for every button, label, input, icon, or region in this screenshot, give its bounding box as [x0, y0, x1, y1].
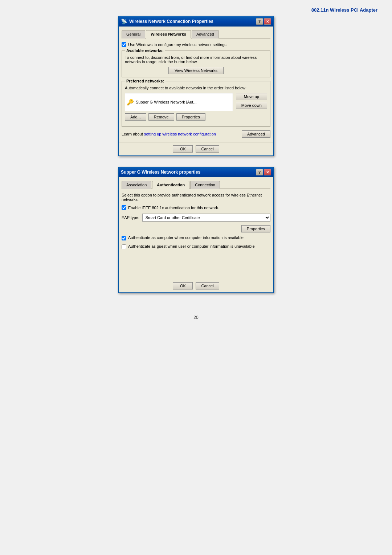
- properties-btn-row: Properties: [122, 225, 270, 232]
- dialog1-tab-bar: General Wireless Networks Advanced: [122, 29, 270, 39]
- authenticate-computer-row: Authenticate as computer when computer i…: [122, 235, 270, 240]
- eap-type-select[interactable]: Smart Card or other Certificate Protecte…: [142, 214, 270, 222]
- dialog2-titlebar-left: Supper G Wireless Network properties: [121, 170, 200, 175]
- dialog2-tab-connection[interactable]: Connection: [190, 181, 220, 189]
- network-list-container: 🔑 Supper G Wireless Network [Aut...: [125, 93, 233, 113]
- learn-advanced-row: Learn about setting up wireless network …: [122, 130, 270, 138]
- authenticate-guest-row: Authenticate as guest when user or compu…: [122, 244, 270, 249]
- dialog2-tab-bar: Association Authentication Connection: [122, 180, 270, 189]
- dialog2-content: Association Authentication Connection Se…: [119, 177, 273, 278]
- page-number: 20: [193, 315, 198, 320]
- enable-ieee-checkbox-row: Enable IEEE 802.1x authentication for th…: [122, 205, 270, 210]
- available-networks-text: To connect to, disconnect from, or find …: [125, 55, 267, 64]
- spacer: [122, 253, 270, 275]
- learn-text: Learn about setting up wireless network …: [122, 132, 216, 136]
- network-name: Supper G Wireless Network [Aut...: [136, 100, 197, 104]
- dialog1-tab-wireless-networks[interactable]: Wireless Networks: [146, 30, 191, 39]
- dialog2-help-button[interactable]: ?: [256, 169, 263, 175]
- dialog1-tab-advanced[interactable]: Advanced: [192, 30, 219, 39]
- enable-ieee-label: Enable IEEE 802.1x authentication for th…: [128, 206, 219, 210]
- dialog2-close-button[interactable]: ✕: [264, 169, 271, 175]
- page-title: 802.11n Wireless PCI Adapter: [311, 7, 377, 13]
- enable-ieee-checkbox[interactable]: [122, 205, 126, 210]
- dialog-wireless-network-properties: Supper G Wireless Network properties ? ✕…: [118, 167, 274, 293]
- dialog2-tab-authentication[interactable]: Authentication: [152, 181, 189, 189]
- move-buttons: Move up Move down: [236, 93, 267, 109]
- use-windows-label: Use Windows to configure my wireless net…: [128, 42, 226, 47]
- dialog1-titlebar: 📡 Wireless Network Connection Properties…: [119, 16, 273, 27]
- dialog2-title-text: Supper G Wireless Network properties: [121, 170, 200, 175]
- dialog1-close-button[interactable]: ✕: [264, 18, 271, 25]
- dialog-wireless-connection-properties: 📡 Wireless Network Connection Properties…: [118, 16, 274, 156]
- remove-button[interactable]: Remove: [148, 113, 174, 121]
- available-networks-group: Available networks: To connect to, disco…: [122, 50, 270, 77]
- advanced-button[interactable]: Advanced: [242, 130, 270, 138]
- eap-type-label: EAP type:: [122, 215, 139, 220]
- use-windows-checkbox-row: Use Windows to configure my wireless net…: [122, 42, 270, 47]
- dialog1-titlebar-left: 📡 Wireless Network Connection Properties: [121, 19, 213, 24]
- dialog1-title-icon: 📡: [121, 19, 127, 24]
- dialog1-content: General Wireless Networks Advanced Use W…: [119, 27, 273, 141]
- dialog2-titlebar-buttons: ? ✕: [256, 169, 271, 175]
- available-networks-content: To connect to, disconnect from, or find …: [125, 55, 267, 74]
- preferred-networks-group: Preferred networks: Automatically connec…: [122, 81, 270, 127]
- available-networks-label: Available networks:: [125, 48, 165, 53]
- action-buttons: Add... Remove Properties: [125, 113, 267, 121]
- learn-link[interactable]: setting up wireless network configuratio…: [144, 132, 216, 136]
- dialog2-tab-association[interactable]: Association: [122, 181, 151, 189]
- dialog1-titlebar-buttons: ? ✕: [256, 18, 271, 25]
- dialog2-titlebar: Supper G Wireless Network properties ? ✕: [119, 167, 273, 177]
- use-windows-checkbox[interactable]: [122, 42, 126, 47]
- authenticate-guest-label: Authenticate as guest when user or compu…: [128, 244, 255, 248]
- dialog1-ok-button[interactable]: OK: [173, 145, 193, 153]
- add-button[interactable]: Add...: [125, 113, 146, 121]
- dialog1-tab-general[interactable]: General: [122, 30, 145, 39]
- dialog2-ok-button[interactable]: OK: [173, 282, 193, 289]
- move-up-button[interactable]: Move up: [236, 93, 267, 100]
- learn-text-static: Learn about: [122, 132, 144, 136]
- network-icon: 🔑: [127, 99, 134, 106]
- view-wireless-networks-button[interactable]: View Wireless Networks: [168, 67, 224, 74]
- eap-select-wrapper: Smart Card or other Certificate Protecte…: [142, 214, 270, 222]
- dialog2-cancel-button[interactable]: Cancel: [196, 282, 219, 289]
- eap-type-row: EAP type: Smart Card or other Certificat…: [122, 214, 270, 222]
- eap-properties-button[interactable]: Properties: [241, 225, 270, 232]
- preferred-networks-text: Automatically connect to available netwo…: [125, 86, 267, 90]
- preferred-networks-label: Preferred networks:: [125, 79, 166, 83]
- network-list[interactable]: 🔑 Supper G Wireless Network [Aut...: [125, 93, 233, 111]
- authenticate-guest-checkbox[interactable]: [122, 244, 126, 249]
- properties-button[interactable]: Properties: [176, 113, 205, 121]
- dialog1-footer: OK Cancel: [119, 142, 273, 155]
- dialog2-description: Select this option to provide authentica…: [122, 193, 270, 202]
- authenticate-computer-label: Authenticate as computer when computer i…: [128, 235, 244, 240]
- preferred-networks-content: Automatically connect to available netwo…: [125, 86, 267, 121]
- move-down-button[interactable]: Move down: [236, 102, 267, 109]
- authenticate-computer-checkbox[interactable]: [122, 236, 126, 240]
- dialog1-help-button[interactable]: ?: [256, 18, 263, 25]
- preferred-networks-area: 🔑 Supper G Wireless Network [Aut... Move…: [125, 93, 267, 113]
- dialog1-cancel-button[interactable]: Cancel: [196, 145, 219, 153]
- dialog1-title-text: Wireless Network Connection Properties: [129, 19, 213, 24]
- dialog2-footer: OK Cancel: [119, 279, 273, 292]
